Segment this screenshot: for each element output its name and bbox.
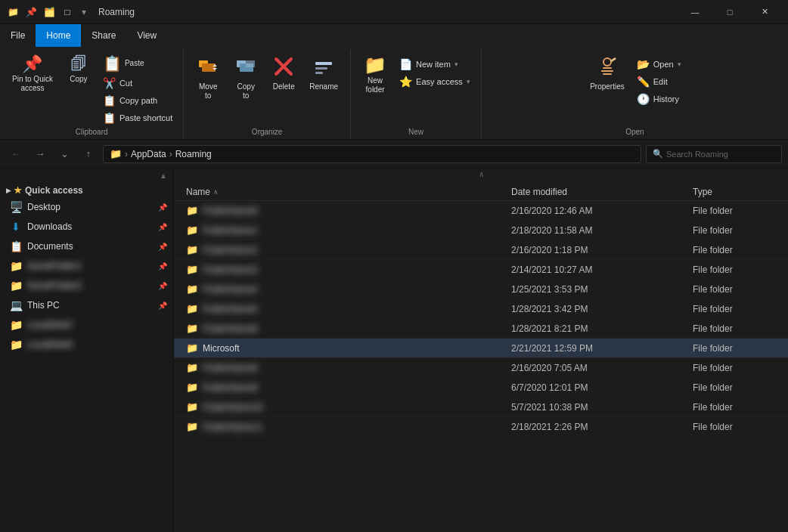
table-row[interactable]: 📁FolderName41/25/2021 3:53 PMFile folder <box>174 280 788 299</box>
rename-button[interactable]: Rename <box>303 53 344 94</box>
close-button[interactable]: ✕ <box>747 0 782 24</box>
sidebar-item-documents[interactable]: 📋 Documents 📌 <box>0 237 173 256</box>
sidebar-item-blurred-2[interactable]: 📁 SomeFolder2 📌 <box>0 276 173 295</box>
new-col: 📄 New item ▾ ⭐ Easy access ▾ <box>395 53 475 90</box>
this-pc-icon: 💻 <box>9 299 23 311</box>
file-name: FolderName8 <box>203 363 258 373</box>
ribbon: 📌 Pin to Quick access 🗐 Copy 📋 Paste ✂️ … <box>0 47 788 140</box>
recent-locations-button[interactable]: ⌄ <box>54 144 74 164</box>
title-arrow[interactable]: ▾ <box>82 7 86 17</box>
new-folder-label: New folder <box>366 76 385 94</box>
sidebar-item-downloads[interactable]: ⬇ Downloads 📌 <box>0 217 173 237</box>
new-folder-button[interactable]: 📁 New folder <box>357 53 393 97</box>
file-rows-container: 📁FolderName02/16/2020 12:46 AMFile folde… <box>174 201 788 437</box>
file-cell-date: 6/7/2020 12:01 PM <box>505 381 687 394</box>
file-cell-date: 5/7/2021 10:38 PM <box>505 401 687 414</box>
blurred-item-label-4: LocalDiskD <box>27 339 73 350</box>
menu-view[interactable]: View <box>126 24 167 47</box>
sidebar-item-desktop[interactable]: 🖥️ Desktop 📌 <box>0 197 173 217</box>
path-roaming: Roaming <box>175 149 212 159</box>
restore-icon[interactable]: □ <box>60 5 74 19</box>
easy-access-button[interactable]: ⭐ Easy access ▾ <box>395 73 475 90</box>
file-cell-name: 📁FolderName11 <box>180 419 505 434</box>
delete-icon <box>273 56 294 80</box>
table-row[interactable]: 📁FolderName02/16/2020 12:46 AMFile folde… <box>174 201 788 221</box>
menu-share[interactable]: Share <box>81 24 126 47</box>
address-path[interactable]: 📁 › AppData › Roaming <box>103 145 641 163</box>
svg-rect-1 <box>202 63 216 72</box>
col-header-date[interactable]: Date modified <box>505 184 687 200</box>
paste-button[interactable]: 📋 Paste <box>98 53 177 74</box>
move-to-button[interactable]: Move to <box>190 53 226 104</box>
sort-arrow: ∧ <box>213 188 219 196</box>
title-bar: 📁 📌 🗂️ □ ▾ Roaming — □ ✕ <box>0 0 788 24</box>
paste-group: 📋 Paste ✂️ Cut 📋 Copy path 📋 Paste short… <box>98 53 177 126</box>
up-button[interactable]: ↑ <box>79 144 98 164</box>
table-row[interactable]: 📁FolderName96/7/2020 12:01 PMFile folder <box>174 378 788 397</box>
open-button[interactable]: 📂 Open ▾ <box>632 56 686 73</box>
delete-button[interactable]: Delete <box>265 53 302 94</box>
table-row[interactable]: 📁FolderName82/16/2020 7:05 AMFile folder <box>174 358 788 378</box>
minimize-button[interactable]: — <box>678 0 712 24</box>
search-box[interactable]: 🔍 Search Roaming <box>646 145 782 163</box>
file-cell-type: File folder <box>687 361 782 375</box>
edit-button[interactable]: ✏️ Edit <box>632 73 686 90</box>
table-row[interactable]: 📁FolderName22/16/2020 1:18 PMFile folder <box>174 240 788 260</box>
pin-icon[interactable]: 📌 <box>24 5 38 19</box>
search-placeholder: Search Roaming <box>666 150 728 159</box>
table-row[interactable]: 📁FolderName12/18/2020 11:58 AMFile folde… <box>174 221 788 240</box>
col-header-name[interactable]: Name ∧ <box>180 184 505 200</box>
copy-to-button[interactable]: Copy to <box>228 53 264 104</box>
file-cell-date: 2/16/2020 7:05 AM <box>505 361 687 375</box>
copy-path-button[interactable]: 📋 Copy path <box>98 92 177 109</box>
documents-pin-icon: 📌 <box>158 243 167 251</box>
clipboard-group-label: Clipboard <box>76 126 108 139</box>
file-cell-type: File folder <box>687 224 782 237</box>
sidebar-item-blurred-1[interactable]: 📁 SomeFolder1 📌 <box>0 256 173 276</box>
paste-shortcut-icon: 📋 <box>103 112 116 124</box>
folder-icon: 📁 <box>186 303 198 314</box>
copy-button[interactable]: 🗐 Copy <box>60 53 97 87</box>
table-row[interactable]: 📁FolderName32/14/2021 10:27 AMFile folde… <box>174 260 788 280</box>
menu-file[interactable]: File <box>0 24 36 47</box>
quick-access-header[interactable]: ▸ ★ Quick access <box>0 182 173 197</box>
easy-access-icon: ⭐ <box>399 76 412 88</box>
forward-button[interactable]: → <box>30 144 50 164</box>
table-row[interactable]: 📁FolderName61/28/2021 8:21 PMFile folder <box>174 319 788 339</box>
documents-label: Documents <box>27 241 73 252</box>
back-button[interactable]: ← <box>6 144 26 164</box>
sidebar-item-blurred-4[interactable]: 📁 LocalDiskD <box>0 335 173 354</box>
table-row[interactable]: 📁FolderName105/7/2021 10:38 PMFile folde… <box>174 397 788 417</box>
svg-rect-15 <box>603 73 612 75</box>
file-cell-type: File folder <box>687 283 782 296</box>
sidebar-scroll-up[interactable]: ▲ <box>157 169 170 182</box>
table-row[interactable]: 📁FolderName112/18/2021 2:26 PMFile folde… <box>174 417 788 437</box>
file-name: FolderName10 <box>203 402 262 413</box>
pin-to-quick-access-button[interactable]: 📌 Pin to Quick access <box>6 53 59 96</box>
organize-group-label: Organize <box>252 126 283 139</box>
properties-button[interactable]: Properties <box>584 53 631 94</box>
scroll-up-indicator[interactable]: ∧ <box>174 169 788 180</box>
paste-label: Paste <box>125 59 144 68</box>
table-row[interactable]: 📁FolderName51/28/2021 3:42 PMFile folder <box>174 299 788 319</box>
new-item-button[interactable]: 📄 New item ▾ <box>395 56 475 73</box>
svg-rect-6 <box>246 60 255 67</box>
paste-shortcut-button[interactable]: 📋 Paste shortcut <box>98 110 177 126</box>
quick-access-expand-icon: ▸ <box>6 185 11 196</box>
copy-to-icon <box>235 56 256 80</box>
svg-rect-9 <box>315 62 332 65</box>
organize-items: Move to Copy to <box>190 53 344 126</box>
file-list-header: Name ∧ Date modified Type <box>174 180 788 201</box>
file-cell-name: 📁FolderName4 <box>180 282 505 296</box>
sidebar-item-thispc[interactable]: 💻 This PC 📌 <box>0 295 173 315</box>
menu-home[interactable]: Home <box>36 24 81 47</box>
sidebar-item-blurred-3[interactable]: 📁 LocalDiskC <box>0 315 173 335</box>
cut-button[interactable]: ✂️ Cut <box>98 75 177 91</box>
table-row[interactable]: 📁Microsoft2/21/2021 12:59 PMFile folder <box>174 339 788 358</box>
ribbon-group-organize: Move to Copy to <box>184 50 351 139</box>
maximize-button[interactable]: □ <box>712 0 747 24</box>
move-to-icon <box>197 56 219 80</box>
stack-icon[interactable]: 🗂️ <box>42 5 56 19</box>
col-header-type[interactable]: Type <box>687 184 782 200</box>
history-button[interactable]: 🕐 History <box>632 91 686 107</box>
